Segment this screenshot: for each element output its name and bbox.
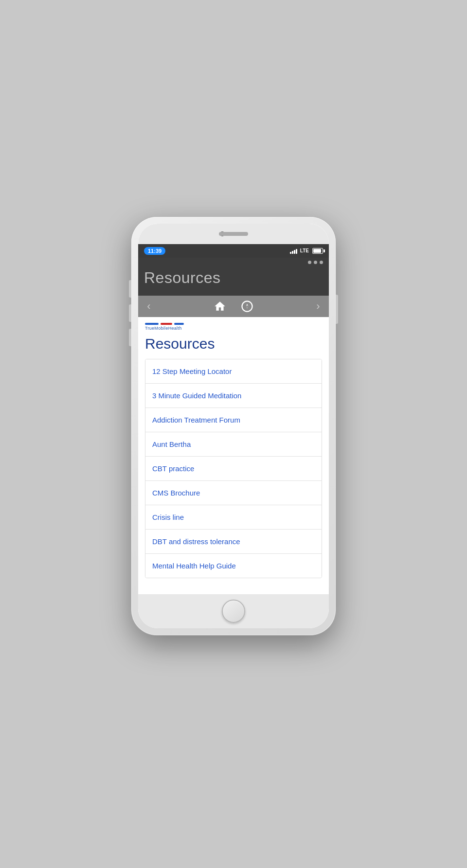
logo-bar-1 [145, 323, 159, 325]
status-bar: 11:39 LTE [138, 244, 329, 258]
status-time: 11:39 [144, 247, 165, 255]
signal-bar-1 [290, 252, 291, 254]
resource-item[interactable]: DBT and distress tolerance [145, 530, 322, 554]
dot-3 [320, 261, 323, 264]
home-icon [214, 300, 226, 313]
resource-list: 12 Step Meeting Locator3 Minute Guided M… [145, 359, 322, 578]
dot-1 [308, 261, 311, 264]
signal-bar-2 [292, 251, 293, 254]
home-nav-button[interactable] [211, 298, 229, 315]
phone-inner: 11:39 LTE [138, 224, 329, 628]
dot-2 [314, 261, 317, 264]
speaker-grille [219, 232, 248, 236]
battery-icon [312, 248, 323, 254]
logo-area: TrueMobileHealth [145, 323, 322, 331]
resource-item[interactable]: 3 Minute Guided Meditation [145, 384, 322, 408]
nav-back-arrow[interactable]: ‹ [140, 300, 158, 313]
app-header: Resources [138, 258, 329, 296]
resource-item[interactable]: Mental Health Help Guide [145, 554, 322, 578]
resource-item[interactable]: 12 Step Meeting Locator [145, 359, 322, 384]
lte-label: LTE [300, 248, 309, 253]
battery-fill [313, 249, 321, 253]
resource-item[interactable]: Aunt Bertha [145, 432, 322, 457]
home-button[interactable] [222, 600, 245, 623]
signal-bar-3 [294, 250, 295, 254]
dots-menu[interactable] [308, 261, 323, 264]
svg-point-1 [242, 301, 252, 311]
resource-item[interactable]: Addiction Treatment Forum [145, 408, 322, 432]
logo-bar-2 [161, 323, 172, 325]
resource-item[interactable]: Crisis line [145, 505, 322, 530]
app-header-top [144, 261, 323, 264]
screen: 11:39 LTE [138, 244, 329, 594]
nav-icons [211, 298, 256, 315]
phone-bottom [138, 594, 329, 628]
compass-nav-button[interactable] [238, 298, 256, 315]
status-right: LTE [290, 248, 323, 254]
logo-bar-3 [174, 323, 184, 325]
resource-item[interactable]: CBT practice [145, 457, 322, 481]
phone-reflection [155, 637, 312, 652]
svg-marker-2 [246, 303, 248, 306]
signal-bar-4 [296, 249, 297, 254]
page-title: Resources [145, 336, 322, 352]
phone-top-bar [138, 224, 329, 244]
content-area: TrueMobileHealth Resources 12 Step Meeti… [138, 317, 329, 594]
logo-text: TrueMobileHealth [145, 326, 322, 331]
phone-frame: 11:39 LTE [131, 217, 336, 635]
compass-icon [241, 300, 253, 313]
resource-item[interactable]: CMS Brochure [145, 481, 322, 505]
nav-bar: ‹ [138, 296, 329, 317]
signal-bars [290, 248, 297, 254]
logo-bars [145, 323, 322, 325]
svg-marker-3 [246, 306, 248, 309]
app-title: Resources [144, 267, 323, 291]
nav-forward-arrow[interactable]: › [309, 300, 327, 313]
